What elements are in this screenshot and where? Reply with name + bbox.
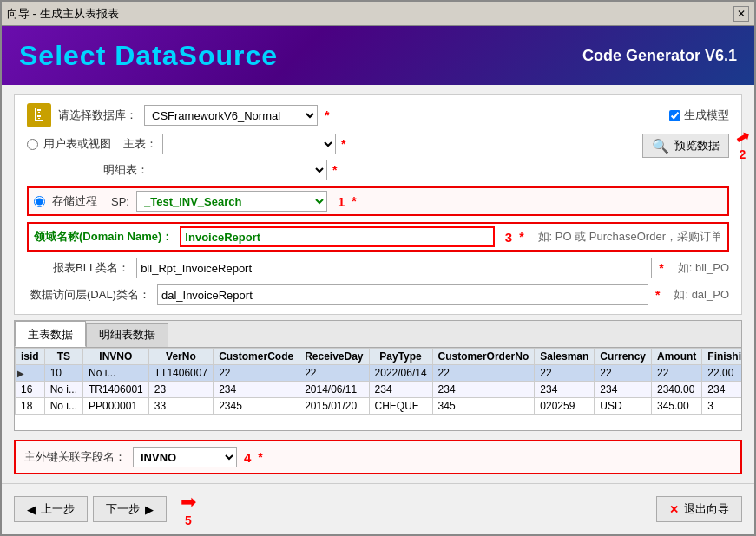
table-row[interactable]: 18No i...PP0000013323452015/01/20CHEQUE3… xyxy=(16,398,742,415)
prev-button[interactable]: ◀ 上一步 xyxy=(14,496,88,522)
table-cell: 234 xyxy=(432,382,535,398)
domain-input[interactable] xyxy=(180,226,494,247)
sp-label: SP: xyxy=(111,195,129,208)
generate-model-label: 生成模型 xyxy=(684,108,729,123)
table-cell: 234 xyxy=(214,382,299,398)
table-cell: 2015/01/20 xyxy=(299,398,369,415)
search-icon: 🔍 xyxy=(652,138,669,154)
next-icon: ▶ xyxy=(145,503,154,516)
preview-button[interactable]: 🔍 预览数据 xyxy=(642,134,729,158)
table-cell: 23 xyxy=(148,382,213,398)
user-table-radio[interactable] xyxy=(27,139,38,150)
db-select[interactable]: CSFrameworkV6_Normal xyxy=(144,105,318,126)
table-cell: TT1406007 xyxy=(148,365,213,382)
title-bar: 向导 - 生成主从表报表 ✕ xyxy=(2,2,754,26)
sp-select[interactable]: _Test_INV_Search xyxy=(136,191,327,212)
table-cell: 22 xyxy=(595,365,652,382)
db-required: * xyxy=(325,108,329,122)
table-header-row: isid TS INVNO VerNo CustomerCode Receive… xyxy=(16,349,742,365)
table-cell: 10 xyxy=(44,365,82,382)
main-table-select[interactable] xyxy=(162,134,336,154)
table-cell: 234 xyxy=(702,382,741,398)
table-row[interactable]: 16No i...TR1406001232342014/06/112342342… xyxy=(16,382,742,398)
dal-label: 数据访问层(DAL)类名： xyxy=(30,287,150,303)
tab-main[interactable]: 主表数据 xyxy=(15,321,86,347)
table-cell: 22 xyxy=(432,365,535,382)
dal-hint: 如: dal_PO xyxy=(674,287,729,303)
table-cell: 22.00 xyxy=(702,365,741,382)
fk-required: * xyxy=(258,450,262,464)
arrow5-number: 5 xyxy=(185,513,192,527)
data-table: isid TS INVNO VerNo CustomerCode Receive… xyxy=(15,348,741,415)
tab-detail[interactable]: 明细表数据 xyxy=(86,323,168,347)
detail-table-select[interactable] xyxy=(154,160,327,180)
arrow2-indicator: ➡ 2 xyxy=(735,127,750,161)
exit-icon: ✕ xyxy=(669,503,679,516)
header-band: Select DataSource Code Generator V6.1 xyxy=(2,26,754,85)
fk-label: 主外键关联字段名： xyxy=(24,449,126,465)
domain-hint: 如: PO 或 PurchaseOrder，采购订单 xyxy=(538,229,722,245)
table-cell: PP000001 xyxy=(83,398,149,415)
table-inputs: 用户表或视图 主表： * 明细表： * xyxy=(27,134,628,180)
table-cell: 234 xyxy=(369,382,432,398)
domain-label: 领域名称(Domain Name)： xyxy=(34,229,173,245)
next-button[interactable]: 下一步 ▶ xyxy=(93,496,167,522)
table-preview-row: 用户表或视图 主表： * 明细表： * 🔍 预览数据 xyxy=(27,134,729,180)
main-table-label: 主表： xyxy=(123,136,157,152)
fk-select[interactable]: INVNO xyxy=(133,447,237,467)
nav-btn-group: ◀ 上一步 下一步 ▶ ➡ 5 xyxy=(14,491,196,527)
content-area: 🗄 请选择数据库： CSFrameworkV6_Normal * 生成模型 xyxy=(2,85,754,483)
close-icon: ✕ xyxy=(737,8,746,20)
detail-table-row: 明细表： * xyxy=(103,160,628,180)
table-cell: 18 xyxy=(16,398,45,415)
preview-btn-label: 预览数据 xyxy=(674,138,720,154)
col-salesman: Salesman xyxy=(535,349,595,365)
generate-model-checkbox[interactable] xyxy=(669,110,680,121)
table-row[interactable]: ▶10No i...TT140600722222022/06/142222222… xyxy=(16,365,742,382)
bll-label: 报表BLL类名： xyxy=(53,260,129,276)
header-version: Code Generator V6.1 xyxy=(582,47,737,65)
col-amount: Amount xyxy=(652,349,702,365)
arrow5-indicator: ➡ 5 xyxy=(181,491,196,527)
col-paytype: PayType xyxy=(369,349,432,365)
table-cell: No i... xyxy=(44,382,82,398)
table-cell: 22 xyxy=(652,365,702,382)
dal-row: 数据访问层(DAL)类名： * 如: dal_PO xyxy=(27,284,729,305)
sp-row: 存储过程 SP: _Test_INV_Search 1 * xyxy=(27,186,729,216)
close-button[interactable]: ✕ xyxy=(733,6,749,22)
sp-number: 1 xyxy=(338,194,345,209)
exit-button[interactable]: ✕ 退出向导 xyxy=(656,496,742,522)
table-cell: TR1406001 xyxy=(83,382,149,398)
bll-input[interactable] xyxy=(136,258,652,278)
col-verno: VerNo xyxy=(148,349,213,365)
sp-radio[interactable] xyxy=(34,196,45,207)
bll-row: 报表BLL类名： * 如: bll_PO xyxy=(27,258,729,278)
table-cell: 3 xyxy=(702,398,741,415)
table-cell: 020259 xyxy=(535,398,595,415)
table-cell: 2340.00 xyxy=(652,382,702,398)
header-title: Select DataSource xyxy=(19,40,278,72)
header-title-part1: Select xyxy=(19,40,115,71)
sp-radio-label: 存储过程 xyxy=(52,193,97,209)
dal-input[interactable] xyxy=(157,284,648,305)
user-table-row: 用户表或视图 主表： * xyxy=(27,134,628,154)
form-section: 🗄 请选择数据库： CSFrameworkV6_Normal * 生成模型 xyxy=(14,94,742,315)
table-cell: No i... xyxy=(83,365,149,382)
fk-row: 主外键关联字段名： INVNO 4 * xyxy=(14,440,742,474)
prev-icon: ◀ xyxy=(27,503,36,516)
table-cell: 22 xyxy=(535,365,595,382)
table-cell: 2022/06/14 xyxy=(369,365,432,382)
col-ts: TS xyxy=(44,349,82,365)
table-cell: No i... xyxy=(44,398,82,415)
domain-number: 3 xyxy=(505,230,512,245)
col-currency: Currency xyxy=(595,349,652,365)
table-cell: 234 xyxy=(595,382,652,398)
db-icon: 🗄 xyxy=(27,103,51,127)
window-title: 向导 - 生成主从表报表 xyxy=(7,6,119,22)
user-table-label: 用户表或视图 xyxy=(43,136,111,152)
fk-number: 4 xyxy=(244,450,251,465)
exit-label: 退出向导 xyxy=(684,501,729,517)
table-cell: 2345 xyxy=(214,398,299,415)
col-receiveday: ReceiveDay xyxy=(299,349,369,365)
next-label: 下一步 xyxy=(106,501,140,517)
